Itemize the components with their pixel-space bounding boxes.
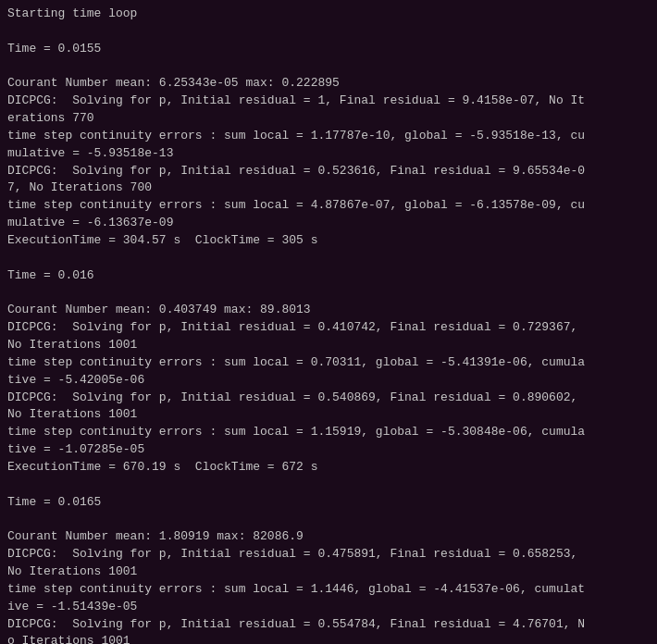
terminal-line: DICPCG: Solving for p, Initial residual … [7, 546, 650, 564]
terminal-line: Courant Number mean: 0.403749 max: 89.80… [7, 302, 650, 319]
terminal-line: erations 770 [7, 110, 650, 128]
terminal-line: Time = 0.0165 [7, 494, 650, 512]
terminal-line: time step continuity errors : sum local … [7, 128, 650, 145]
terminal-line: time step continuity errors : sum local … [7, 197, 650, 215]
terminal-line: tive = -5.42005e-06 [7, 372, 650, 390]
terminal-line: mulative = -6.13637e-09 [7, 215, 650, 232]
terminal-line: time step continuity errors : sum local … [7, 354, 650, 372]
terminal-line: Time = 0.016 [7, 267, 650, 285]
terminal-line: DICPCG: Solving for p, Initial residual … [7, 616, 650, 634]
terminal-line: ive = -1.51439e-05 [7, 599, 650, 616]
terminal-line: 7, No Iterations 700 [7, 180, 650, 197]
terminal-line: DICPCG: Solving for p, Initial residual … [7, 163, 650, 180]
terminal-line: time step continuity errors : sum local … [7, 424, 650, 441]
terminal-line: ExecutionTime = 670.19 s ClockTime = 672… [7, 459, 650, 477]
blank-line [7, 285, 650, 303]
terminal-line: DICPCG: Solving for p, Initial residual … [7, 390, 650, 407]
blank-line [7, 250, 650, 267]
blank-line [7, 58, 650, 76]
terminal-line: Time = 0.0155 [7, 41, 650, 58]
terminal-line: ExecutionTime = 304.57 s ClockTime = 305… [7, 232, 650, 250]
terminal-line: time step continuity errors : sum local … [7, 581, 650, 599]
terminal-line: No Iterations 1001 [7, 406, 650, 424]
terminal-line: DICPCG: Solving for p, Initial residual … [7, 93, 650, 110]
terminal-line: DICPCG: Solving for p, Initial residual … [7, 319, 650, 337]
terminal-line: tive = -1.07285e-05 [7, 441, 650, 459]
blank-line [7, 477, 650, 494]
terminal-line: Courant Number mean: 1.80919 max: 82086.… [7, 528, 650, 546]
blank-line [7, 511, 650, 528]
blank-line [7, 23, 650, 41]
terminal-line: Courant Number mean: 6.25343e-05 max: 0.… [7, 75, 650, 93]
terminal-line: No Iterations 1001 [7, 564, 650, 581]
terminal-line: Starting time loop [7, 6, 650, 23]
terminal-output: Starting time loopTime = 0.0155Courant N… [0, 0, 657, 644]
terminal-line: mulative = -5.93518e-13 [7, 145, 650, 163]
terminal-line: o Iterations 1001 [7, 633, 650, 644]
terminal-line: No Iterations 1001 [7, 337, 650, 354]
